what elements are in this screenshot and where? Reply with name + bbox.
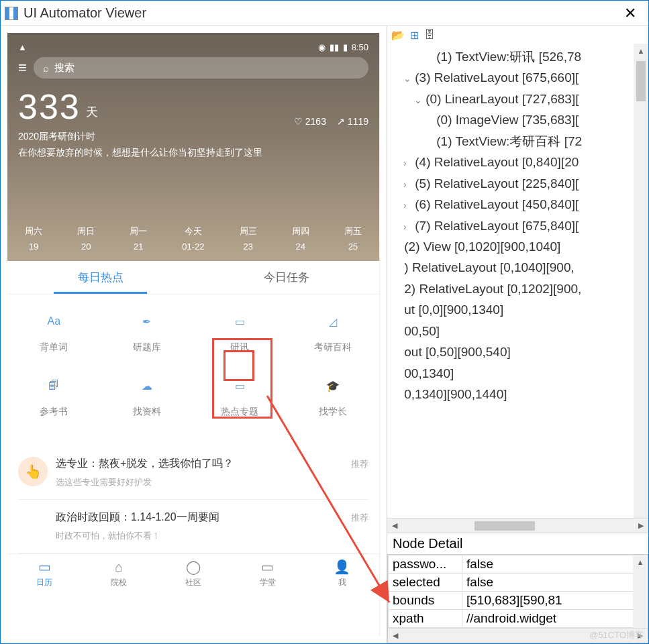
grid-label: 参考书 (7, 406, 101, 418)
detail-value: //android.widget (462, 610, 648, 628)
tree-toggle[interactable]: ⌄ (414, 93, 422, 108)
feed-tag: 推荐 (351, 458, 368, 470)
watermark: @51CTO博客 (589, 629, 644, 641)
date-item[interactable]: 周四24 (292, 225, 309, 252)
tree-node[interactable]: (1) TextView:研讯 [526,78 (393, 46, 648, 67)
detail-key: bounds (389, 592, 462, 610)
detail-row[interactable]: bounds[510,683][590,81 (389, 592, 648, 610)
tree-node[interactable]: 2) RelativeLayout [0,1202][900, (393, 278, 648, 299)
tree-node[interactable]: 0,1340][900,1440] (393, 384, 648, 405)
bottom-nav-item[interactable]: ▭学堂 (230, 554, 305, 594)
nav-label: 我 (305, 577, 379, 588)
tree-node[interactable]: (1) TextView:考研百科 [72 (393, 131, 648, 152)
tree-vscroll[interactable]: ▲ (634, 44, 648, 518)
detail-row[interactable]: selectedfalse (389, 574, 648, 592)
detail-key: selected (389, 574, 462, 592)
tree-node[interactable]: out [0,50][900,540] (393, 341, 648, 362)
date-item[interactable]: 周一21 (130, 225, 147, 252)
warning-icon: ▲ (18, 42, 27, 52)
tree-node[interactable]: ⌄ (3) RelativeLayout [675,660][ (393, 67, 648, 88)
tree-hscroll[interactable]: ◀ ▶ (387, 518, 648, 533)
date-item[interactable]: 今天01-22 (182, 225, 204, 252)
search-input[interactable]: ⌕ 搜索 (34, 57, 368, 78)
grid-item[interactable]: Aa背单词 (7, 311, 101, 354)
search-placeholder: 搜索 (54, 62, 74, 74)
nav-icon: ◯ (156, 558, 231, 576)
detail-row[interactable]: xpath//android.widget (389, 610, 648, 628)
grid-label: 找资料 (101, 406, 194, 418)
date-strip[interactable]: 周六19周日20周一21今天01-22周三23周四24周五25 (7, 225, 379, 252)
tree-toggle[interactable]: ⌄ (403, 72, 411, 87)
tree-node[interactable]: 00,1340] (393, 363, 648, 384)
grid-item[interactable]: ◿考研百科 (287, 311, 380, 354)
tree-node[interactable]: 00,50] (393, 321, 648, 341)
nav-icon: ⌂ (82, 558, 156, 576)
detail-row[interactable]: passwo...false (389, 555, 648, 574)
grid-label: 找学长 (287, 406, 380, 418)
date-item[interactable]: 周三23 (240, 225, 257, 252)
tree-node[interactable]: › (5) RelativeLayout [225,840][ (393, 173, 648, 194)
open-icon[interactable]: 📂 (391, 29, 405, 42)
feed-item[interactable]: 👆选专业：熬夜+脱发，选我你怕了吗？选这些专业需要好好护发推荐 (18, 446, 368, 500)
battery-icon: ▮ (343, 42, 348, 52)
nav-label: 学堂 (230, 577, 305, 588)
search-icon: ⌕ (43, 62, 49, 74)
grid-item[interactable]: ✒研题库 (101, 311, 194, 354)
tree-toggle[interactable]: › (403, 156, 411, 171)
nav-icon: ▭ (230, 558, 305, 576)
tab-bar: 每日热点今日任务 (7, 261, 379, 294)
tree-node[interactable]: › (7) RelativeLayout [675,840][ (393, 215, 648, 236)
tree-node[interactable]: (2) View [0,1020][900,1040] (393, 236, 648, 257)
grid-label: 研题库 (101, 341, 194, 354)
detail-vscroll[interactable]: ▲ (633, 555, 648, 628)
tree-node[interactable]: › (4) RelativeLayout [0,840][20 (393, 152, 648, 172)
date-item[interactable]: 周五25 (344, 225, 362, 252)
detail-value: [510,683][590,81 (462, 592, 648, 610)
node-detail-table[interactable]: passwo...falseselectedfalsebounds[510,68… (388, 555, 648, 628)
grid-icon: ☁ (136, 375, 158, 396)
expand-icon[interactable]: ⊞ (410, 29, 419, 42)
titlebar: UI Automator Viewer ✕ (1, 1, 648, 26)
tree-toggle[interactable]: › (403, 199, 411, 213)
grid-icon: 🗐 (43, 375, 64, 396)
feed-sub: 选这些专业需要好好护发 (56, 476, 343, 488)
tree-toggle[interactable]: › (403, 178, 411, 193)
close-button[interactable]: ✕ (616, 5, 644, 22)
hierarchy-tree[interactable]: (1) TextView:研讯 [526,78⌄ (3) RelativeLay… (387, 44, 648, 518)
highlight-inner (223, 350, 254, 381)
tab[interactable]: 今日任务 (193, 261, 379, 294)
tree-node[interactable]: ut [0,0][900,1340] (393, 299, 648, 320)
feed-item[interactable]: 政治时政回顾：1.14-1.20一周要闻时政不可怕，就怕你不看！推荐 (18, 500, 368, 553)
tab[interactable]: 每日热点 (7, 261, 193, 294)
bottom-nav-item[interactable]: ◯社区 (156, 554, 231, 594)
bottom-nav-item[interactable]: ▭日历 (7, 554, 82, 594)
menu-icon[interactable]: ≡ (18, 59, 27, 76)
share-count[interactable]: ↗ 1119 (337, 116, 368, 127)
tree-node[interactable]: ⌄ (0) LinearLayout [727,683][ (393, 89, 648, 109)
tree-node[interactable]: ) RelativeLayout [0,1040][900, (393, 257, 648, 278)
node-detail-panel: Node Detail passwo...falseselectedfalseb… (387, 533, 648, 643)
nav-icon: 👤 (305, 558, 379, 576)
bottom-nav-item[interactable]: 👤我 (305, 554, 379, 594)
tree-node[interactable]: › (6) RelativeLayout [450,840][ (393, 194, 648, 215)
bottom-nav-item[interactable]: ⌂院校 (82, 554, 156, 594)
grid-item[interactable]: 🎓找学长 (287, 375, 380, 418)
hero-subtitle-2: 在你想要放弃的时候，想想是什么让你当初坚持走到了这里 (18, 147, 368, 159)
like-count[interactable]: ♡ 2163 (294, 116, 326, 127)
window-title: UI Automator Viewer (23, 5, 616, 21)
detail-value: false (462, 574, 648, 592)
date-item[interactable]: 周日20 (77, 225, 95, 252)
tree-node[interactable]: (0) ImageView [735,683][ (393, 109, 648, 130)
countdown-unit: 天 (86, 104, 98, 120)
tree-toggle[interactable]: › (403, 220, 411, 235)
feed-sub: 时政不可怕，就怕你不看！ (56, 530, 343, 542)
grid-item[interactable]: 🗐参考书 (7, 375, 101, 418)
device-screenshot[interactable]: ▲ ◉ ▮▮ ▮ 8:50 ≡ ⌕ 搜索 (7, 33, 380, 637)
feed-list: 👆选专业：熬夜+脱发，选我你怕了吗？选这些专业需要好好护发推荐政治时政回顾：1.… (7, 446, 379, 553)
status-time: 8:50 (352, 42, 368, 52)
node-detail-title: Node Detail (387, 533, 648, 554)
feed-title: 选专业：熬夜+脱发，选我你怕了吗？ (56, 457, 343, 471)
date-item[interactable]: 周六19 (25, 225, 42, 252)
grid-item[interactable]: ☁找资料 (101, 375, 194, 418)
database-icon[interactable]: 🗄 (424, 29, 435, 41)
